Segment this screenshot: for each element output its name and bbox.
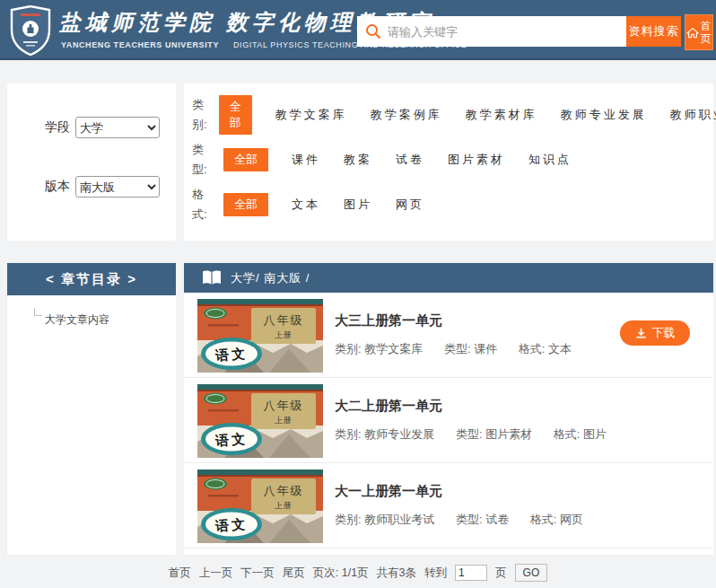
pagination-total: 共有3条 <box>377 566 416 581</box>
textbook-cover-thumbnail[interactable]: 八年级 上册 语文 <box>197 470 323 543</box>
results-panel: 大学/ 南大版 / 八年级 上册 语文 大三上 <box>184 263 713 555</box>
filter-type-label: 类型: <box>192 140 212 180</box>
search-button[interactable]: 资料搜索 <box>626 16 681 47</box>
book-icon <box>201 269 223 286</box>
version-label: 版本 <box>45 179 70 195</box>
header: 盐城师范学院 数字化物理教研室 YANCHENG TEACHERS UNIVER… <box>0 0 716 60</box>
svg-text:语文: 语文 <box>214 516 248 534</box>
svg-text:八年级: 八年级 <box>264 484 304 497</box>
home-button[interactable]: 首页 <box>685 14 713 50</box>
filter-row-type: 类型: 全部 课件 教案 试卷 图片素材 知识点 <box>184 142 713 178</box>
textbook-cover-thumbnail[interactable]: 八年级 上册 语文 <box>197 299 323 373</box>
pagination-first[interactable]: 首页 <box>169 566 191 581</box>
filter-category-option[interactable]: 教师职业考试 <box>670 107 716 123</box>
resource-list-item: 八年级 上册 语文 大二上册第一单元 类别: 教师专业发展 类型: 图片素材 格… <box>184 378 713 463</box>
filter-format-option[interactable]: 文本 <box>292 197 320 213</box>
svg-text:语文: 语文 <box>214 346 248 364</box>
resource-title[interactable]: 大三上册第一单元 <box>335 312 442 329</box>
pagination-go-button[interactable]: GO <box>515 564 548 582</box>
filter-format-option[interactable]: 图片 <box>344 197 372 213</box>
filter-category-option[interactable]: 教学文案库 <box>275 107 347 123</box>
resource-title[interactable]: 大一上册第一单元 <box>335 483 442 500</box>
pagination-goto-label: 转到 <box>424 566 447 581</box>
filters-panel: 类别: 全部 教学文案库 教学案例库 教学素材库 教师专业发展 教师职业考试 类… <box>184 83 713 241</box>
filter-type-option[interactable]: 知识点 <box>528 152 572 168</box>
breadcrumb-text: 大学/ 南大版 / <box>231 270 310 286</box>
resource-meta: 类别: 教师专业发展 类型: 图片素材 格式: 图片 <box>335 426 624 443</box>
filter-type-option[interactable]: 教案 <box>344 152 372 168</box>
pagination: 首页 上一页 下一页 尾页 页次: 1/1页 共有3条 转到 页 GO <box>0 564 716 582</box>
stage-version-panel: 学段 大学 版本 南大版 <box>7 83 176 241</box>
textbook-cover-thumbnail[interactable]: 八年级 上册 语文 <box>197 384 323 458</box>
pagination-page-info: 页次: 1/1页 <box>313 566 369 581</box>
resource-meta: 类别: 教师职业考试 类型: 试卷 格式: 网页 <box>335 512 601 528</box>
svg-text:上册: 上册 <box>275 501 293 510</box>
chapter-sidebar-title: < 章节目录 > <box>7 263 176 295</box>
svg-text:八年级: 八年级 <box>264 313 304 327</box>
filter-category-option[interactable]: 教学素材库 <box>466 107 537 123</box>
stage-select[interactable]: 大学 <box>75 117 160 138</box>
filter-category-all-button[interactable]: 全部 <box>219 95 252 135</box>
filter-row-category: 类别: 全部 教学文案库 教学案例库 教学素材库 教师专业发展 教师职业考试 <box>184 97 713 133</box>
resource-list-item: 八年级 上册 语文 大一上册第一单元 类别: 教师职业考试 类型: 试卷 格式:… <box>184 463 713 549</box>
search-input[interactable] <box>357 16 626 47</box>
filter-category-option[interactable]: 教学案例库 <box>371 107 442 123</box>
filter-category-label: 类别: <box>192 95 207 135</box>
tree-connector <box>34 308 42 316</box>
pagination-next[interactable]: 下一页 <box>240 566 275 581</box>
version-select[interactable]: 南大版 <box>75 176 160 197</box>
chapter-sidebar: < 章节目录 > 大学文章内容 <box>7 263 176 555</box>
site-subtitle-university: YANCHENG TEACHERS UNIVERSITY <box>61 40 219 49</box>
filter-type-option[interactable]: 图片素材 <box>448 152 505 168</box>
svg-text:上册: 上册 <box>275 330 293 339</box>
pagination-prev[interactable]: 上一页 <box>199 566 233 581</box>
pagination-page-unit: 页 <box>495 566 507 581</box>
page: 盐城师范学院 数字化物理教研室 YANCHENG TEACHERS UNIVER… <box>0 0 716 588</box>
download-icon <box>635 328 647 339</box>
filter-format-all-button[interactable]: 全部 <box>223 193 268 216</box>
stage-label: 学段 <box>45 119 70 136</box>
filter-row-format: 格式: 全部 文本 图片 网页 <box>184 187 713 223</box>
resource-title[interactable]: 大二上册第一单元 <box>335 398 442 415</box>
search-box <box>357 16 626 47</box>
pagination-page-input[interactable] <box>455 565 487 581</box>
download-button-label: 下载 <box>652 325 676 341</box>
filter-type-option[interactable]: 试卷 <box>396 152 424 168</box>
filter-category-option[interactable]: 教师专业发展 <box>561 107 647 123</box>
breadcrumb: 大学/ 南大版 / <box>184 263 713 293</box>
resource-meta: 类别: 教学文案库 类型: 课件 格式: 文本 <box>335 341 589 357</box>
pagination-last[interactable]: 尾页 <box>283 566 305 581</box>
filter-format-label: 格式: <box>192 185 212 224</box>
filter-type-option[interactable]: 课件 <box>292 152 320 168</box>
version-row: 版本 南大版 <box>7 176 176 197</box>
svg-text:语文: 语文 <box>214 431 248 449</box>
svg-text:八年级: 八年级 <box>264 399 304 412</box>
stage-row: 学段 大学 <box>7 117 176 138</box>
filter-format-option[interactable]: 网页 <box>396 197 424 213</box>
resource-list-item: 八年级 上册 语文 大三上册第一单元 类别: 教学文案库 类型: 课件 格式: … <box>184 293 713 378</box>
sidebar-item-university-articles[interactable]: 大学文章内容 <box>45 312 109 328</box>
home-icon <box>686 27 699 39</box>
svg-text:上册: 上册 <box>275 416 293 425</box>
home-button-label: 首页 <box>701 20 712 46</box>
university-logo-icon <box>9 5 52 56</box>
filter-type-all-button[interactable]: 全部 <box>223 148 268 171</box>
download-button[interactable]: 下载 <box>620 320 690 346</box>
